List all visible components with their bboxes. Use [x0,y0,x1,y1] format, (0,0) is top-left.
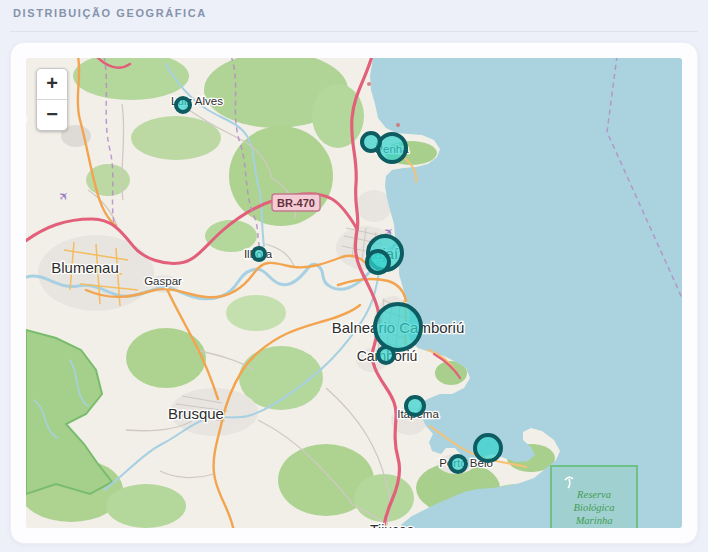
svg-text:BR-470: BR-470 [277,197,315,209]
distribution-marker[interactable] [362,133,380,151]
zoom-out-button[interactable]: − [37,100,67,130]
place-label: Blumenau [51,259,119,276]
distribution-marker[interactable] [378,347,394,363]
marine-reserve: Reserva Biológica Marinha [551,466,637,528]
distribution-marker[interactable] [378,134,406,162]
zoom-control: + − [36,68,68,131]
distribution-marker[interactable] [375,304,421,350]
map-canvas: Reserva Biológica Marinha [26,58,682,528]
header-divider [10,31,698,32]
place-label: Gaspar [144,275,182,287]
distribution-marker[interactable] [176,98,190,112]
distribution-marker[interactable] [406,397,424,415]
page-title: DISTRIBUIÇÃO GEOGRÁFICA [13,7,207,19]
map-container[interactable]: Reserva Biológica Marinha [26,58,682,528]
zoom-in-button[interactable]: + [37,69,67,99]
place-label: Tijucas [370,522,414,528]
distribution-marker[interactable] [367,251,389,273]
reserve-label: Reserva [576,489,611,500]
distribution-marker[interactable] [475,435,501,461]
road-shield: BR-470 [272,194,320,211]
place-label: Brusque [168,405,224,422]
distribution-marker[interactable] [253,248,265,260]
reserve-label: Biológica [574,502,615,513]
map-card: Reserva Biológica Marinha [10,42,698,544]
distribution-marker[interactable] [450,456,466,472]
reserve-label: Marinha [575,515,613,526]
